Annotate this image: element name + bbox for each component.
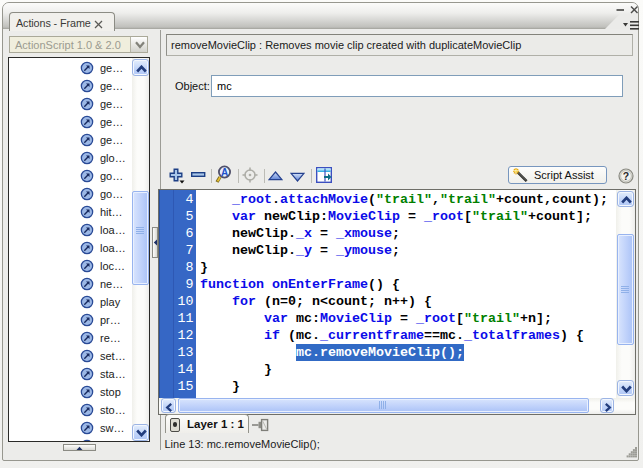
svg-text:A: A — [221, 167, 228, 178]
svg-text:?: ? — [623, 170, 629, 182]
